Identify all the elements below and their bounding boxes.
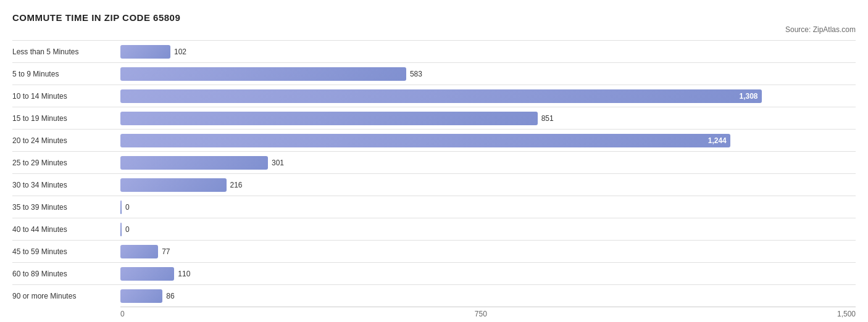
bar-label: 90 or more Minutes (12, 292, 120, 300)
bar-label: 60 to 89 Minutes (12, 270, 120, 278)
bar-value: 583 (410, 70, 422, 78)
bar (120, 67, 406, 81)
bar (120, 178, 227, 192)
bar-value: 110 (178, 270, 190, 278)
bar-container: 1,308 (120, 89, 856, 104)
bar-container: 0 (120, 200, 856, 215)
bar-row: 40 to 44 Minutes0 (12, 218, 856, 240)
bar-container: 1,244 (120, 133, 856, 148)
bar-container: 86 (120, 289, 856, 303)
bar-row: 10 to 14 Minutes1,308 (12, 85, 856, 107)
bar-label: 20 to 24 Minutes (12, 136, 120, 145)
x-label-1500: 1,500 (837, 310, 856, 318)
bar-container: 110 (120, 266, 856, 281)
chart-area: Less than 5 Minutes1025 to 9 Minutes5831… (12, 40, 856, 307)
x-label-750: 750 (475, 310, 487, 318)
bar-row: Less than 5 Minutes102 (12, 40, 856, 62)
bar-label: 45 to 59 Minutes (12, 247, 120, 256)
bar-row: 60 to 89 Minutes110 (12, 262, 856, 284)
bar-value: 0 (125, 203, 130, 212)
bar-label: 15 to 19 Minutes (12, 114, 120, 123)
bar (120, 267, 174, 281)
bar-value: 216 (230, 181, 243, 189)
bar-container: 77 (120, 244, 856, 259)
bar-row: 5 to 9 Minutes583 (12, 62, 856, 85)
x-axis-inner: 0 750 1,500 (120, 310, 856, 318)
bar-label: Less than 5 Minutes (12, 47, 120, 56)
bar-container: 851 (120, 111, 856, 126)
bar-row: 35 to 39 Minutes0 (12, 196, 856, 218)
bar: 1,308 (120, 89, 762, 103)
bar-label: 10 to 14 Minutes (12, 92, 120, 101)
bar (120, 112, 538, 125)
bar-container: 583 (120, 67, 856, 81)
bar-container: 0 (120, 222, 856, 237)
bar: 1,244 (120, 134, 730, 147)
bar-label: 35 to 39 Minutes (12, 203, 120, 212)
bar-container: 216 (120, 178, 856, 192)
bar-label: 40 to 44 Minutes (12, 225, 120, 234)
bar-label: 5 to 9 Minutes (12, 70, 120, 78)
x-axis: 0 750 1,500 (120, 307, 856, 318)
bar-label: 30 to 34 Minutes (12, 181, 120, 189)
bar-container: 102 (120, 44, 856, 59)
bar-value-inside: 1,308 (740, 92, 758, 101)
bar-row: 90 or more Minutes86 (12, 284, 856, 307)
bar-value: 851 (541, 114, 554, 123)
bar (120, 200, 122, 214)
bar (120, 223, 122, 236)
bar-row: 25 to 29 Minutes301 (12, 151, 856, 173)
bar-row: 30 to 34 Minutes216 (12, 173, 856, 196)
bar-row: 20 to 24 Minutes1,244 (12, 129, 856, 151)
bar-row: 15 to 19 Minutes851 (12, 107, 856, 129)
bar (120, 45, 170, 59)
bar-value: 0 (125, 225, 130, 234)
bar (120, 245, 158, 258)
bar-container: 301 (120, 155, 856, 170)
bar-value: 102 (174, 47, 186, 56)
bar-value: 86 (166, 292, 174, 300)
bar-label: 25 to 29 Minutes (12, 159, 120, 167)
bar (120, 289, 162, 303)
source-label: Source: ZipAtlas.com (12, 25, 856, 34)
chart-title: COMMUTE TIME IN ZIP CODE 65809 (12, 12, 856, 23)
bar-value: 77 (162, 247, 170, 256)
bar (120, 156, 268, 170)
bar-value: 301 (272, 159, 284, 167)
x-label-0: 0 (120, 310, 125, 318)
bar-row: 45 to 59 Minutes77 (12, 240, 856, 262)
bar-value-inside: 1,244 (708, 136, 727, 145)
